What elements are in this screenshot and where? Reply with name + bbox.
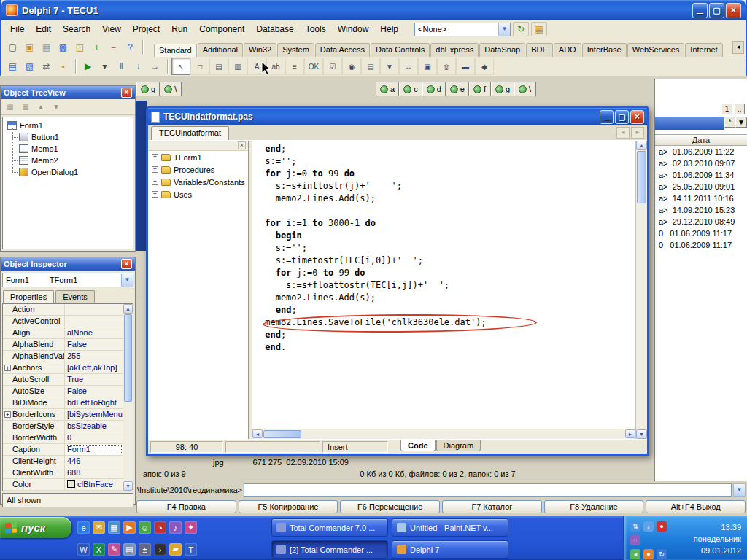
ClientWidth[interactable]: ClientWidth 688	[3, 467, 133, 479]
function-key-button[interactable]: F8 Удаление	[544, 500, 644, 513]
BorderWidth[interactable]: BorderWidth 0	[3, 432, 133, 444]
tc-file-row[interactable]: a> 14.11.2011 10:16	[655, 192, 747, 204]
taskbar-button[interactable]: Total Commander 7.0 ...	[271, 518, 388, 537]
ActiveControl[interactable]: ActiveControl	[3, 316, 133, 327]
mainmenu-icon[interactable]: ▤	[209, 58, 228, 75]
close-button[interactable]	[726, 3, 741, 18]
drive-button[interactable]: e	[446, 82, 469, 96]
drive-button[interactable]: d	[422, 82, 446, 96]
menu-item[interactable]: Window	[332, 22, 375, 36]
palette-tab[interactable]: Data Access	[315, 43, 370, 57]
treeview-new-item-icon[interactable]: ▦	[4, 101, 17, 113]
drive-button[interactable]: g	[136, 82, 160, 96]
scroll-thumb[interactable]	[124, 314, 132, 402]
minimize-button[interactable]	[600, 110, 614, 124]
browse-forward-icon[interactable]: ►	[631, 127, 644, 139]
palette-tab[interactable]: BDE	[526, 43, 553, 57]
browse-back-icon[interactable]: ◄	[616, 127, 630, 139]
expand-icon[interactable]	[152, 191, 158, 198]
scroll-down-icon[interactable]	[636, 429, 647, 439]
word-icon[interactable]: W	[77, 543, 90, 556]
maximize-button[interactable]	[709, 3, 724, 18]
panel-icon[interactable]: ▬	[456, 58, 475, 75]
menu-item[interactable]: Search	[57, 22, 96, 36]
command-line-input[interactable]	[244, 483, 732, 497]
close-button[interactable]	[630, 110, 644, 124]
tc-column-header-date[interactable]: Дата	[655, 134, 747, 146]
tree-item[interactable]: Button1	[4, 131, 131, 143]
new-icon[interactable]: ▢	[4, 39, 21, 55]
button-icon[interactable]: OK	[304, 58, 323, 75]
command-history-dropdown[interactable]	[733, 483, 746, 497]
view-form-icon[interactable]: ▧	[21, 58, 38, 74]
help-icon[interactable]: ?	[122, 39, 139, 55]
firewall-icon[interactable]: ●	[643, 549, 654, 559]
taskbar-button[interactable]: Untitled - Paint.NET v...	[392, 518, 508, 537]
Action[interactable]: Action	[3, 304, 133, 316]
tc-quick-icon[interactable]: T	[185, 543, 197, 556]
usb-icon[interactable]: ◂	[630, 549, 640, 559]
tc-current-dir-tab[interactable]	[655, 117, 724, 130]
music-icon[interactable]: ♪	[169, 521, 182, 534]
scroll-left-icon[interactable]	[252, 429, 263, 438]
tc-dropdown-button[interactable]: ▼	[735, 117, 747, 128]
function-key-button[interactable]: F5 Копирование	[239, 500, 338, 513]
scroll-down-icon[interactable]	[123, 481, 133, 491]
ie-icon[interactable]: e	[77, 521, 90, 534]
expand-icon[interactable]	[152, 166, 158, 173]
save-icon[interactable]: ▦	[38, 39, 55, 55]
menu-item[interactable]: Help	[374, 22, 404, 36]
scroll-thumb[interactable]	[263, 430, 301, 438]
tc-file-row[interactable]: a> 02.03.2010 09:07	[655, 158, 747, 169]
inspector-tab[interactable]: Events	[55, 290, 95, 303]
AlphaBlend[interactable]: AlphaBlend False	[3, 339, 133, 351]
palette-scroll-left-icon[interactable]	[732, 41, 744, 54]
browser-icon[interactable]: ◔	[154, 521, 166, 534]
media-player-icon[interactable]: ▶	[123, 521, 136, 534]
tc-panel-button-1[interactable]: 1	[721, 104, 732, 114]
frames-icon[interactable]: □	[190, 58, 209, 75]
set-debug-desktop-icon[interactable]: ▦	[531, 22, 547, 36]
run-dropdown[interactable]: ▾	[96, 58, 113, 74]
function-key-button[interactable]: F4 Правка	[136, 500, 236, 513]
photo-icon[interactable]: ✦	[185, 521, 197, 534]
show-desktop-icon[interactable]: ▦	[108, 521, 120, 534]
minimize-button[interactable]	[692, 3, 708, 18]
treeview-delete-item-icon[interactable]: ▦	[19, 101, 32, 113]
palette-tab[interactable]: DataSnap	[479, 43, 525, 57]
Color[interactable]: Color clBtnFace	[3, 479, 133, 491]
Align[interactable]: Align alNone	[3, 327, 133, 339]
palette-tab[interactable]: WebServices	[627, 43, 685, 57]
paint-icon[interactable]: ✎	[108, 543, 120, 556]
trace-into-icon[interactable]: ↓	[130, 58, 147, 74]
menu-item[interactable]: Component	[193, 22, 250, 36]
tc-sort-button[interactable]: *	[724, 117, 735, 128]
expand-icon[interactable]	[152, 179, 158, 185]
menu-item[interactable]: Edit	[30, 22, 57, 36]
drive-button[interactable]: g	[491, 82, 514, 96]
combobox-icon[interactable]: ▼	[380, 58, 399, 75]
horizontal-scrollbar[interactable]	[252, 429, 635, 439]
AutoScroll[interactable]: AutoScroll True	[3, 374, 133, 386]
antivirus-icon[interactable]: ●	[657, 521, 667, 532]
tc-file-row[interactable]: 0 01.06.2009 11:17	[655, 239, 747, 251]
treeview-move-down-icon[interactable]: ▼	[50, 101, 63, 113]
inspector-scrollbar[interactable]	[123, 304, 133, 491]
palette-tab[interactable]: System	[277, 43, 314, 57]
scroll-up-icon[interactable]	[123, 304, 133, 314]
radiogroup-icon[interactable]: ◎	[437, 58, 456, 75]
tc-file-row[interactable]: a> 01.06.2009 11:34	[655, 169, 747, 181]
palette-tab[interactable]: Win32	[244, 43, 276, 57]
Caption[interactable]: Caption Form1	[3, 444, 133, 456]
open-project-icon[interactable]: ◫	[71, 39, 88, 55]
tree-item[interactable]: Memo2	[4, 155, 131, 166]
add-to-project-icon[interactable]: +	[88, 39, 105, 55]
scroll-up-icon[interactable]	[636, 141, 647, 150]
view-unit-icon[interactable]: ▤	[4, 58, 21, 74]
Anchors[interactable]: + Anchors [akLeft,akTop]	[3, 362, 133, 374]
drive-button[interactable]: \	[514, 82, 536, 96]
inspector-tab[interactable]: Properties	[3, 290, 54, 303]
remove-from-project-icon[interactable]: −	[105, 39, 122, 55]
menu-item[interactable]: Run	[166, 22, 193, 36]
tc-file-row[interactable]: a> 14.09.2010 15:23	[655, 204, 747, 216]
